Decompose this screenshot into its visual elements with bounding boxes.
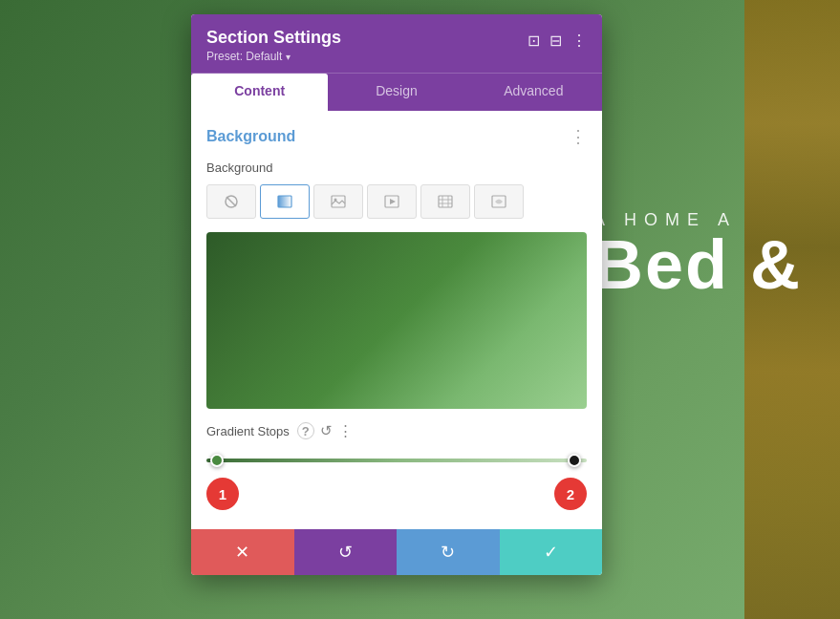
gradient-stops-row: Gradient Stops ? ↺ ⋮ (206, 422, 587, 439)
panel-header: Section Settings Preset: Default ▾ ⊡ ⊟ ⋮ (191, 14, 602, 73)
reset-button[interactable]: ↺ (294, 529, 398, 575)
stop-badge-1[interactable]: 1 (206, 478, 239, 510)
gradient-more-icon[interactable]: ⋮ (338, 422, 353, 439)
save-button[interactable]: ✓ (500, 529, 603, 575)
section-menu-icon[interactable]: ⋮ (570, 126, 587, 147)
panel-preset[interactable]: Preset: Default ▾ (206, 50, 341, 63)
slider-line (206, 459, 587, 462)
panel-header-icons: ⊡ ⊟ ⋮ (528, 32, 587, 50)
cancel-button[interactable]: ✕ (191, 529, 294, 575)
gradient-stops-label: Gradient Stops (206, 424, 290, 438)
svg-marker-6 (390, 199, 396, 204)
svg-rect-2 (278, 196, 291, 207)
panel-tabs: Content Design Advanced (191, 73, 602, 111)
preset-chevron-icon: ▾ (286, 52, 291, 62)
panel-title: Section Settings (206, 28, 341, 48)
stop-badges-row: 1 2 (206, 478, 587, 510)
gradient-slider-track[interactable] (206, 451, 587, 470)
more-icon[interactable]: ⋮ (571, 32, 587, 50)
bg-type-video[interactable] (367, 184, 417, 219)
expand-icon[interactable]: ⊡ (528, 32, 540, 50)
overlay-text: A HOME A Bed & (593, 210, 802, 299)
svg-rect-7 (439, 196, 452, 207)
gradient-reset-icon[interactable]: ↺ (320, 422, 333, 439)
panel-header-left: Section Settings Preset: Default ▾ (206, 28, 341, 63)
tab-advanced[interactable]: Advanced (465, 74, 602, 111)
gradient-preview (206, 232, 587, 409)
gradient-stops-icons: ? ↺ ⋮ (297, 422, 353, 439)
gradient-help-icon[interactable]: ? (297, 422, 314, 439)
gradient-slider-row: 1 2 (206, 451, 587, 510)
bg-label: Background (206, 160, 587, 175)
bg-type-gradient[interactable] (260, 184, 310, 219)
stop-badge-2[interactable]: 2 (554, 478, 587, 510)
tab-content[interactable]: Content (191, 74, 328, 111)
gradient-handle-end[interactable] (568, 454, 581, 467)
section-settings-panel: Section Settings Preset: Default ▾ ⊡ ⊟ ⋮… (191, 14, 602, 575)
panel-actions: ✕ ↺ ↻ ✓ (191, 529, 602, 575)
section-header: Background ⋮ (206, 126, 587, 147)
section-title: Background (206, 128, 295, 145)
columns-icon[interactable]: ⊟ (549, 32, 562, 50)
bg-type-image[interactable] (313, 184, 363, 219)
gradient-handle-start[interactable] (210, 454, 224, 467)
overlay-title: Bed & (593, 230, 802, 299)
redo-button[interactable]: ↻ (397, 529, 500, 575)
tab-design[interactable]: Design (328, 74, 464, 111)
bg-type-selector (206, 184, 587, 219)
panel-body: Background ⋮ Background (191, 111, 602, 525)
svg-line-1 (226, 197, 236, 206)
bg-type-pattern[interactable] (420, 184, 470, 219)
overlay-subtitle: A HOME A (593, 210, 802, 230)
bg-type-mask[interactable] (474, 184, 524, 219)
wood-panel (744, 0, 840, 619)
bg-type-none[interactable] (206, 184, 256, 219)
